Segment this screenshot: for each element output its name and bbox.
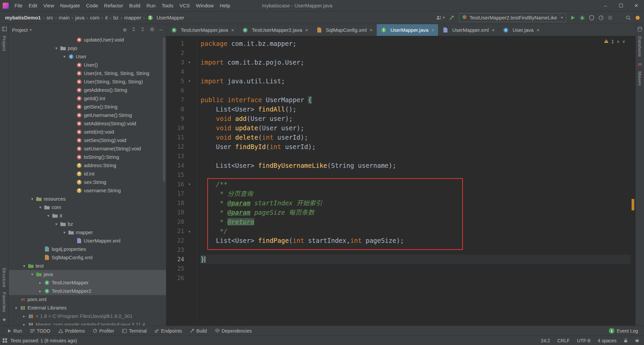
tool-stripe-favorites[interactable]: Favorites bbox=[2, 292, 7, 312]
tree-row[interactable]: mupdate(User):void bbox=[9, 36, 166, 44]
breadcrumb-item[interactable]: mybatisDemo1 bbox=[4, 14, 42, 21]
maven-icon[interactable]: m bbox=[638, 62, 642, 67]
tree-row[interactable]: mtoString():String bbox=[9, 153, 166, 161]
menu-view[interactable]: View bbox=[40, 3, 57, 8]
tree-row[interactable]: ▾java bbox=[9, 270, 166, 278]
editor[interactable]: 123▾45▾678910111213141516▾1718192021▴222… bbox=[166, 36, 635, 326]
warning-marker[interactable] bbox=[632, 199, 634, 210]
tree-row[interactable]: mUser() bbox=[9, 61, 166, 69]
tree-row[interactable]: ▾it bbox=[9, 211, 166, 220]
breadcrumb-item[interactable]: src bbox=[45, 14, 54, 21]
encoding-selector[interactable]: UTF-8 bbox=[577, 338, 590, 343]
chevron-down-icon[interactable]: ▾ bbox=[21, 264, 28, 268]
expand-all-icon[interactable] bbox=[131, 27, 136, 32]
tree-row[interactable]: fusername:String bbox=[9, 186, 166, 195]
tab-User.java[interactable]: cUser.java× bbox=[499, 24, 543, 36]
profiler-button[interactable] bbox=[598, 15, 604, 20]
tool-button-problems[interactable]: Problems bbox=[55, 326, 88, 336]
chevron-right-icon[interactable]: ▸ bbox=[37, 280, 44, 285]
tab-TestUserMapper2.java[interactable]: cTestUserMapper2.java× bbox=[238, 24, 312, 36]
tab-SqlMapConfig.xml[interactable]: SqlMapConfig.xml× bbox=[312, 24, 377, 36]
project-tool-icon[interactable] bbox=[2, 27, 7, 31]
next-problem-icon[interactable]: ∨ bbox=[622, 39, 625, 44]
hide-panel-icon[interactable]: ─ bbox=[159, 27, 163, 32]
project-scrollbar[interactable] bbox=[163, 38, 165, 182]
debug-button[interactable] bbox=[580, 15, 585, 20]
locate-file-icon[interactable]: ⊕ bbox=[123, 27, 127, 32]
tree-row[interactable]: mgetId():int bbox=[9, 94, 166, 102]
tree-row[interactable]: ▸cTestUserMapper bbox=[9, 278, 166, 287]
tool-window-switcher-icon[interactable] bbox=[3, 338, 7, 343]
collaborate-icon[interactable]: ▾ bbox=[436, 15, 445, 20]
tree-row[interactable]: ▾pojo bbox=[9, 44, 166, 52]
project-panel-title[interactable]: Project bbox=[12, 27, 28, 33]
tab-UserMapper.xml[interactable]: UserMapper.xml× bbox=[438, 24, 499, 36]
menu-refactor[interactable]: Refactor bbox=[101, 3, 126, 8]
tool-stripe-database[interactable]: Database bbox=[637, 36, 642, 57]
error-stripe[interactable] bbox=[631, 36, 635, 326]
database-icon[interactable] bbox=[638, 27, 642, 31]
menu-tools[interactable]: Tools bbox=[159, 3, 176, 8]
menu-vcs[interactable]: VCS bbox=[176, 3, 193, 8]
tree-row[interactable]: mgetUsername():String bbox=[9, 111, 166, 119]
chevron-down-icon[interactable]: ▾ bbox=[30, 28, 32, 32]
tree-row[interactable]: ▾resources bbox=[9, 195, 166, 203]
close-icon[interactable]: × bbox=[231, 27, 234, 33]
breadcrumb-item[interactable]: main bbox=[58, 14, 71, 21]
collapse-all-icon[interactable] bbox=[141, 27, 145, 32]
ide-updates-icon[interactable] bbox=[635, 15, 640, 20]
chevron-down-icon[interactable]: ▾ bbox=[61, 54, 68, 59]
tool-button-run[interactable]: Run bbox=[4, 326, 25, 336]
tree-row[interactable]: mgetAddress():String bbox=[9, 86, 166, 94]
menu-run[interactable]: Run bbox=[143, 3, 159, 8]
menu-code[interactable]: Code bbox=[83, 3, 101, 8]
prev-problem-icon[interactable]: ∧ bbox=[616, 39, 620, 44]
maximize-button[interactable] bbox=[613, 0, 629, 11]
menu-window[interactable]: Window bbox=[193, 3, 217, 8]
tool-button-todo[interactable]: TODO bbox=[27, 326, 54, 336]
tool-stripe-maven[interactable]: Maven bbox=[637, 71, 642, 86]
tool-button-endpoints[interactable]: Endpoints bbox=[151, 326, 185, 336]
tool-button-terminal[interactable]: Terminal bbox=[119, 326, 150, 336]
chevron-down-icon[interactable]: ▾ bbox=[53, 46, 60, 51]
lock-icon[interactable] bbox=[624, 338, 628, 343]
close-button[interactable]: ✕ bbox=[629, 0, 644, 11]
chevron-down-icon[interactable]: ▾ bbox=[37, 205, 44, 210]
status-message[interactable]: Tests passed: 1 (8 minutes ago) bbox=[10, 338, 77, 343]
tree-row[interactable]: ▾External Libraries bbox=[9, 303, 166, 312]
tool-button-build[interactable]: Build bbox=[187, 326, 210, 336]
tree-row[interactable]: log4j.properties bbox=[9, 245, 166, 253]
run-button[interactable] bbox=[571, 15, 575, 20]
close-icon[interactable]: × bbox=[370, 27, 373, 33]
tree-row[interactable]: UserMapper.xml bbox=[9, 236, 166, 245]
tree-row[interactable]: msetUsername(String):void bbox=[9, 144, 166, 153]
tree-row[interactable]: ▾mapper bbox=[9, 228, 166, 236]
breadcrumb-item[interactable]: it bbox=[104, 14, 109, 21]
tab-TestUserMapper.java[interactable]: cTestUserMapper.java× bbox=[167, 24, 238, 36]
tree-row[interactable]: msetId(int):void bbox=[9, 128, 166, 136]
indent-setting[interactable]: 4 spaces bbox=[598, 338, 616, 343]
close-icon[interactable]: × bbox=[431, 27, 434, 33]
close-icon[interactable]: × bbox=[305, 27, 308, 33]
menu-build[interactable]: Build bbox=[126, 3, 143, 8]
breadcrumb-item[interactable]: com bbox=[89, 14, 100, 21]
build-project-icon[interactable] bbox=[449, 15, 454, 20]
tool-button-dependencies[interactable]: Dependencies bbox=[212, 326, 255, 336]
search-everywhere-icon[interactable] bbox=[626, 15, 631, 20]
menu-file[interactable]: File bbox=[11, 3, 25, 8]
close-icon[interactable]: × bbox=[492, 27, 495, 33]
tree-row[interactable]: mgetSex():String bbox=[9, 102, 166, 111]
project-tree[interactable]: mupdate(User):void▾pojo▾cUsermUser()mUse… bbox=[9, 36, 166, 326]
event-log-button[interactable]: 1 Event Log bbox=[609, 328, 640, 334]
tree-row[interactable]: msetAddress(String):void bbox=[9, 119, 166, 128]
chevron-down-icon[interactable]: ▾ bbox=[45, 213, 52, 218]
inspections-widget[interactable]: 1 ∧ ∨ bbox=[604, 39, 625, 44]
tree-row[interactable]: ▾test bbox=[9, 262, 166, 270]
coverage-button[interactable] bbox=[589, 15, 594, 20]
breadcrumb-item[interactable]: mapper bbox=[123, 14, 142, 21]
stop-button[interactable] bbox=[608, 16, 612, 20]
close-icon[interactable]: × bbox=[537, 27, 540, 33]
run-config-select[interactable]: TestUserMapper2.testFindByNameLike ▾ bbox=[459, 13, 566, 22]
tree-row[interactable]: mUser(String, String, String) bbox=[9, 77, 166, 86]
tree-row[interactable]: faddress:String bbox=[9, 161, 166, 169]
